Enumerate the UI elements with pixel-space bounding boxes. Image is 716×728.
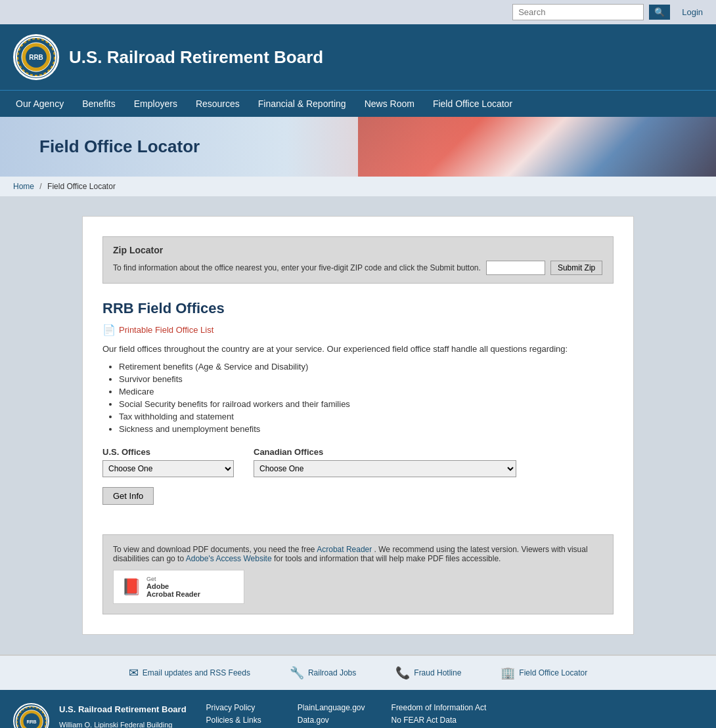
service-item: Retirement benefits (Age & Service and D…	[119, 362, 614, 372]
fraud-hotline-icon: 📞	[395, 666, 410, 680]
footer-fraud-hotline-link[interactable]: 📞 Fraud Hotline	[395, 666, 461, 680]
footer-col-2: PlainLanguage.gov Data.gov Benefits.gov …	[298, 703, 365, 728]
footer-data-gov[interactable]: Data.gov	[298, 716, 365, 725]
footer-field-office-label: Field Office Locator	[519, 668, 587, 677]
pdf-notice: To view and download PDF documents, you …	[102, 534, 614, 614]
intro-text: Our field offices throughout the country…	[102, 344, 614, 354]
footer-foia[interactable]: Freedom of Information Act	[392, 703, 487, 712]
nav-employers[interactable]: Employers	[125, 91, 187, 117]
railroad-jobs-icon: 🔧	[290, 666, 304, 680]
footer-links-bar: ✉ Email updates and RSS Feeds 🔧 Railroad…	[0, 654, 716, 690]
zip-locator-heading: Zip Locator	[113, 245, 603, 255]
site-title: U.S. Railroad Retirement Board	[69, 47, 323, 68]
canadian-offices-label: Canadian Offices	[254, 447, 516, 457]
footer-plain-language[interactable]: PlainLanguage.gov	[298, 703, 365, 712]
zip-row: To find information about the office nea…	[113, 261, 603, 275]
nav-benefits[interactable]: Benefits	[73, 91, 125, 117]
footer-building: William O. Lipinski Federal Building	[59, 719, 187, 728]
footer-email-link[interactable]: ✉ Email updates and RSS Feeds	[129, 666, 250, 680]
email-icon: ✉	[129, 666, 139, 680]
pdf-link-container: 📄 Printable Field Office List	[102, 324, 614, 336]
footer-col-1: Privacy Policy Policies & Links Site Map…	[206, 703, 271, 728]
service-item: Tax withholding and statement	[119, 412, 614, 421]
nav-our-agency[interactable]: Our Agency	[7, 91, 73, 117]
login-link[interactable]: Login	[682, 7, 703, 17]
footer-org-info: U.S. Railroad Retirement Board William O…	[59, 703, 187, 728]
pdf-notice-text3: for tools and information that will help…	[274, 554, 501, 563]
breadcrumb-current: Field Office Locator	[47, 182, 116, 191]
acrobat-badge: 📕 Get AdobeAcrobat Reader	[113, 570, 244, 604]
hero-title: Field Office Locator	[39, 137, 200, 157]
search-icon: 🔍	[654, 7, 665, 17]
office-selectors: U.S. Offices Choose One Canadian Offices…	[102, 447, 614, 477]
breadcrumb: Home / Field Office Locator	[0, 177, 716, 196]
breadcrumb-home[interactable]: Home	[13, 182, 34, 191]
adobe-access-link[interactable]: Adobe's Access Website	[186, 554, 272, 563]
service-item: Survivor benefits	[119, 374, 614, 384]
us-offices-group: U.S. Offices Choose One	[102, 447, 234, 477]
footer-policies-links[interactable]: Policies & Links	[206, 716, 271, 725]
acrobat-icon: 📕	[122, 578, 141, 596]
us-offices-select[interactable]: Choose One	[102, 460, 234, 477]
site-header: RRB U.S. Railroad Retirement Board	[0, 24, 716, 90]
pdf-icon: 📄	[102, 324, 116, 336]
search-input[interactable]	[512, 4, 644, 20]
nav-resources[interactable]: Resources	[187, 91, 249, 117]
site-footer: RRB U.S. Railroad Retirement Board Willi…	[0, 690, 716, 728]
top-bar: 🔍 Login	[0, 0, 716, 24]
acrobat-badge-text: AdobeAcrobat Reader	[146, 582, 200, 598]
footer-logo-section: RRB U.S. Railroad Retirement Board Willi…	[13, 703, 187, 728]
svg-text:RRB: RRB	[26, 719, 36, 724]
footer-fraud-hotline-label: Fraud Hotline	[414, 668, 461, 677]
footer-org-name: U.S. Railroad Retirement Board	[59, 703, 187, 717]
zip-input[interactable]	[486, 261, 545, 275]
canadian-offices-group: Canadian Offices Choose One	[254, 447, 516, 477]
field-office-footer-icon: 🏢	[501, 666, 515, 680]
service-item: Sickness and unemployment benefits	[119, 424, 614, 434]
footer-logo: RRB	[13, 703, 49, 728]
hero-banner: Field Office Locator	[0, 117, 716, 177]
acrobat-reader-link[interactable]: Acrobat Reader	[317, 545, 372, 554]
services-list: Retirement benefits (Age & Service and D…	[119, 362, 614, 434]
footer-col-3: Freedom of Information Act No FEAR Act D…	[392, 703, 487, 728]
search-button[interactable]: 🔍	[649, 5, 670, 20]
main-nav: Our Agency Benefits Employers Resources …	[0, 90, 716, 117]
footer-railroad-jobs-label: Railroad Jobs	[308, 668, 356, 677]
footer-email-label: Email updates and RSS Feeds	[143, 668, 250, 677]
footer-links-columns: Privacy Policy Policies & Links Site Map…	[206, 703, 703, 728]
submit-zip-button[interactable]: Submit Zip	[550, 261, 602, 275]
canadian-offices-select[interactable]: Choose One	[254, 460, 516, 477]
zip-locator-box: Zip Locator To find information about th…	[102, 236, 614, 284]
section-title: RRB Field Offices	[102, 300, 614, 317]
svg-text:RRB: RRB	[29, 54, 43, 61]
footer-railroad-jobs-link[interactable]: 🔧 Railroad Jobs	[290, 666, 356, 680]
nav-newsroom[interactable]: News Room	[355, 91, 424, 117]
site-logo: RRB	[13, 34, 59, 80]
zip-label: To find information about the office nea…	[113, 263, 481, 272]
content-card: Zip Locator To find information about th…	[82, 216, 634, 635]
nav-field-office[interactable]: Field Office Locator	[424, 91, 522, 117]
us-offices-label: U.S. Offices	[102, 447, 234, 457]
nav-financial[interactable]: Financial & Reporting	[249, 91, 355, 117]
breadcrumb-separator: /	[39, 182, 41, 191]
service-item: Medicare	[119, 387, 614, 396]
footer-field-office-link[interactable]: 🏢 Field Office Locator	[501, 666, 587, 680]
pdf-notice-text1: To view and download PDF documents, you …	[113, 545, 315, 554]
footer-no-fear[interactable]: No FEAR Act Data	[392, 716, 487, 725]
printable-field-office-link[interactable]: Printable Field Office List	[119, 325, 213, 335]
main-content: Zip Locator To find information about th…	[0, 196, 716, 654]
get-info-button[interactable]: Get Info	[102, 487, 154, 505]
service-item: Social Security benefits for railroad wo…	[119, 399, 614, 409]
footer-privacy-policy[interactable]: Privacy Policy	[206, 703, 271, 712]
